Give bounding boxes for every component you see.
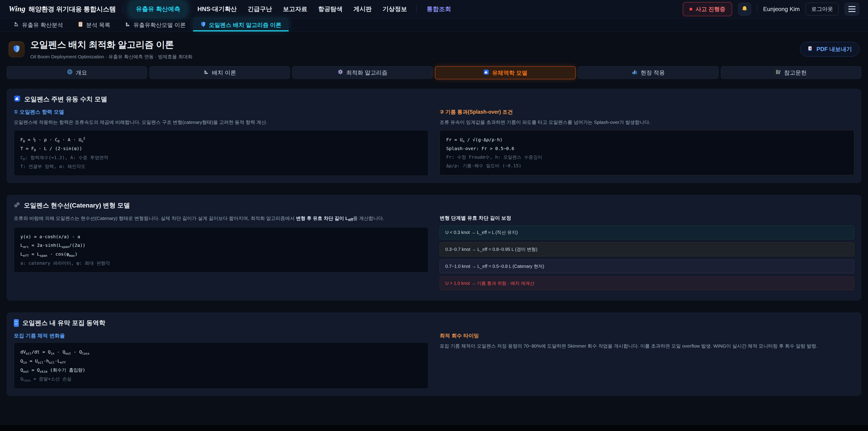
logo-wordmark: Wing xyxy=(8,4,25,13)
section-tabs: 개요 배치 이론 최적화 알고리즘 유체역학 모델 현장 적용 참고문헌 xyxy=(7,66,861,79)
nav-item-aerial-search[interactable]: 항공탐색 xyxy=(318,5,342,13)
deformation-rules-column: 변형 단계별 유효 차단 길이 보정 U < 0.3 knot → L_eff … xyxy=(440,215,854,294)
clipboard-icon xyxy=(78,21,84,29)
formula-comment-line: Qloss = 증발+소산 손실 xyxy=(20,374,422,383)
deformation-rule-row: 0.3~0.7 knot → L_eff = 0.8~0.95 L (경미 변형… xyxy=(440,243,854,256)
set-square-icon xyxy=(125,21,131,29)
link-icon xyxy=(14,202,20,210)
incident-dot-icon xyxy=(689,8,692,11)
splash-over-formula-block: Fr = Un / √(g·Δρ/ρ·h) Splash-over: Fr > … xyxy=(440,130,854,175)
volume-rate-column: 포집 기름 체적 변화율 dVoil/dt = Qin - Qout - Qlo… xyxy=(14,332,428,389)
volume-gauge-icon xyxy=(14,319,19,327)
nav-item-integrated-search[interactable]: 통합조회 xyxy=(416,5,451,13)
page-title: 오일펜스 배치 최적화 알고리즘 이론 xyxy=(30,38,193,51)
formula-comment-line: T: 연결부 장력, α: 체인각도 xyxy=(20,162,422,171)
wave-icon xyxy=(483,69,489,76)
formula-line: FD = ½ · ρ · CD · A · Un2 xyxy=(20,135,422,145)
pdf-export-button[interactable]: PDF 내보내기 xyxy=(800,42,860,57)
tab-label: 현장 적용 xyxy=(641,69,665,76)
recovery-timing-column: 최적 회수 타이밍 포집 기름 체적이 오일펜스 저장 용량의 70~80%에 … xyxy=(440,332,854,354)
splash-over-column: ② 기름 통과(Splash-over) 조건 조류 유속이 임계값을 초과하면… xyxy=(440,109,854,175)
deformation-rule-row: 0.7~1.0 knot → L_eff = 0.5~0.8 L (Catena… xyxy=(440,259,854,273)
shield-icon xyxy=(12,44,21,54)
drag-model-description: 오일펜스에 작용하는 항력은 조류속도의 제곱에 비례합니다. 오일펜스 구조 … xyxy=(14,119,428,126)
capture-columns: 포집 기름 체적 변화율 dVoil/dt = Qin - Qout - Qlo… xyxy=(14,332,854,389)
flow-model-title: 오일펜스 주변 유동 수치 모델 xyxy=(24,95,107,103)
books-icon xyxy=(775,69,781,76)
catenary-formula-column: 조류와 바람에 의해 오일펜스는 현수선(Catenary) 형태로 변형됩니다… xyxy=(14,215,428,273)
formula-line: Fr = Un / √(g·Δρ/ρ·h) xyxy=(446,135,848,145)
catenary-formula-block: y(x) = a·cosh(x/a) - a Larc = 2a·sinh(Ls… xyxy=(14,227,428,273)
tab-hydrodynamics-model[interactable]: 유체역학 모델 xyxy=(435,66,576,79)
bell-icon xyxy=(741,5,748,13)
logout-button[interactable]: 로그아웃 xyxy=(806,3,839,16)
drag-model-heading: ① 오일펜스 항력 모델 xyxy=(14,109,428,116)
formula-line: Larc = 2a·sinh(Lspan/(2a)) xyxy=(20,241,422,250)
tab-optimization-algorithm[interactable]: 최적화 알고리즘 xyxy=(292,66,433,79)
formula-line: Leff = Lspan · cos(φmax) xyxy=(20,250,422,259)
tab-label: 최적화 알고리즘 xyxy=(346,69,388,76)
splash-over-description: 조류 유속이 임계값을 초과하면 기름이 파도를 타고 오일펜스를 넘어가는 S… xyxy=(440,119,854,126)
catenary-description-text: 조류와 바람에 의해 오일펜스는 현수선(Catenary) 형태로 변형됩니다… xyxy=(14,216,296,221)
nav-item-oil-spill-prediction[interactable]: 유출유 확산예측 xyxy=(129,1,187,17)
tab-label: 참고문헌 xyxy=(784,69,807,76)
globe-icon xyxy=(67,69,73,76)
gear-icon xyxy=(338,69,343,76)
microscope-icon xyxy=(13,21,19,29)
pdf-export-label: PDF 내보내기 xyxy=(816,45,852,53)
tab-overview[interactable]: 개요 xyxy=(7,66,147,79)
subtab-analysis-list[interactable]: 분석 목록 xyxy=(70,18,118,31)
tab-label: 유체역학 모델 xyxy=(492,69,528,76)
catenary-description-text: 를 계산합니다. xyxy=(353,216,384,221)
volume-rate-formula-block: dVoil/dt = Qin - Qout - Qloss Qin = Uoil… xyxy=(14,342,428,389)
set-square-icon xyxy=(204,69,209,76)
recovery-timing-heading: 최적 회수 타이밍 xyxy=(440,332,854,339)
menu-button[interactable] xyxy=(844,2,860,16)
subtab-label: 분석 목록 xyxy=(86,21,110,29)
subtab-label: 유출유 확산분석 xyxy=(22,21,63,29)
hamburger-menu-icon xyxy=(848,6,856,12)
user-name: Eunjeong Kim xyxy=(763,6,800,13)
incident-status-badge[interactable]: 사고 진행중 xyxy=(683,2,732,16)
main-nav: 유출유 확산예측 HNS·대기확산 긴급구난 보고자료 항공탐색 게시판 기상정… xyxy=(129,1,451,17)
drag-model-formula-block: FD = ½ · ρ · CD · A · Un2 T = FD · L / (… xyxy=(14,130,428,176)
deformation-rules-title: 변형 단계별 유효 차단 길이 보정 xyxy=(440,215,854,221)
formula-comment-line: Δρ/ρ: 기름-해수 밀도비 (~0.15) xyxy=(446,161,848,170)
capture-dynamics-title: 오일펜스 내 유막 포집 동역학 xyxy=(22,319,105,327)
formula-line: dVoil/dt = Qin - Qout - Qloss xyxy=(20,348,422,357)
bar-chart-icon xyxy=(632,69,638,76)
nav-item-emergency-rescue[interactable]: 긴급구난 xyxy=(248,5,272,13)
subtab-bar: 유출유 확산분석 분석 목록 유출유확산모델 이론 오일펜스 배치 알고리즘 이… xyxy=(0,18,868,32)
subtab-diffusion-model-theory[interactable]: 유출유확산모델 이론 xyxy=(118,18,193,31)
page-titles: 오일펜스 배치 최적화 알고리즘 이론 Oil Boom Deployment … xyxy=(30,38,193,60)
formula-comment-line: a: catenary 파라미터, φ: 최대 편향각 xyxy=(20,259,422,267)
capture-dynamics-header: 오일펜스 내 유막 포집 동역학 xyxy=(14,319,854,327)
shield-icon xyxy=(200,21,206,29)
nav-item-reports[interactable]: 보고자료 xyxy=(283,5,307,13)
flow-model-columns: ① 오일펜스 항력 모델 오일펜스에 작용하는 항력은 조류속도의 제곱에 비례… xyxy=(14,109,854,176)
nav-item-board[interactable]: 게시판 xyxy=(353,5,372,13)
tab-field-application[interactable]: 현장 적용 xyxy=(578,66,718,79)
deformation-rule-row: U < 0.3 knot → L_eff ≈ L (직선 유지) xyxy=(440,225,854,239)
page-head: 오일펜스 배치 최적화 알고리즘 이론 Oil Boom Deployment … xyxy=(0,32,868,65)
app-header: Wing 해양환경 위기대응 통합시스템 유출유 확산예측 HNS·대기확산 긴… xyxy=(0,0,868,18)
subtab-spill-diffusion-analysis[interactable]: 유출유 확산분석 xyxy=(6,18,70,31)
volume-rate-heading: 포집 기름 체적 변화율 xyxy=(14,332,428,339)
flow-model-header: 오일펜스 주변 유동 수치 모델 xyxy=(14,95,854,103)
tab-label: 배치 이론 xyxy=(212,69,236,76)
formula-line: Qout = Qskim (회수기 흡입량) xyxy=(20,366,422,375)
splash-over-heading: ② 기름 통과(Splash-over) 조건 xyxy=(440,109,854,116)
formula-line: Splash-over: Fr > 0.5~0.6 xyxy=(446,144,848,153)
flow-model-card: 오일펜스 주변 유동 수치 모델 ① 오일펜스 항력 모델 오일펜스에 작용하는… xyxy=(7,89,861,183)
page-subtitle: Oil Boom Deployment Optimization · 유출유 확… xyxy=(30,54,193,60)
incident-badge-label: 사고 진행중 xyxy=(695,5,725,13)
bottom-strip xyxy=(0,425,868,431)
notifications-button[interactable] xyxy=(738,2,751,16)
nav-item-hns-air-dispersion[interactable]: HNS·대기확산 xyxy=(197,5,237,13)
formula-comment-line: Fr: 수정 Froude수, h: 오일펜스 수중깊이 xyxy=(446,153,848,161)
nav-item-weather-info[interactable]: 기상정보 xyxy=(382,5,407,13)
subtab-label: 오일펜스 배치 알고리즘 이론 xyxy=(209,21,281,29)
subtab-oilboom-algorithm-theory[interactable]: 오일펜스 배치 알고리즘 이론 xyxy=(193,18,289,31)
tab-deployment-theory[interactable]: 배치 이론 xyxy=(149,66,290,79)
tab-references[interactable]: 참고문헌 xyxy=(721,66,861,79)
